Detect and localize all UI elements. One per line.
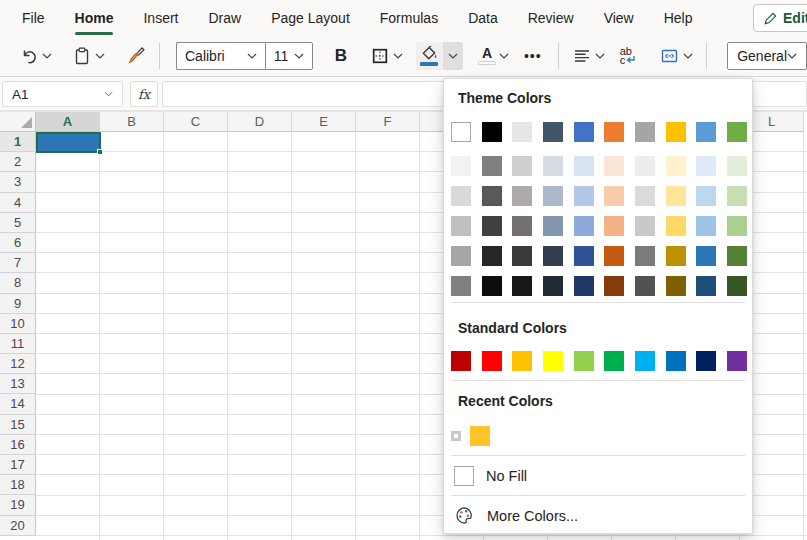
menu-tab-formulas[interactable]: Formulas bbox=[380, 10, 438, 26]
more-colors-option[interactable]: More Colors... bbox=[444, 496, 752, 535]
name-box[interactable]: A1 bbox=[2, 81, 123, 107]
theme-variant-swatch[interactable] bbox=[696, 186, 716, 206]
theme-variant-swatch[interactable] bbox=[727, 246, 747, 266]
theme-variant-swatch[interactable] bbox=[574, 276, 594, 296]
standard-color-swatch[interactable] bbox=[727, 351, 747, 371]
menu-tab-data[interactable]: Data bbox=[468, 10, 498, 26]
theme-variant-swatch[interactable] bbox=[666, 186, 686, 206]
theme-color-swatch[interactable] bbox=[512, 122, 532, 142]
menu-tab-insert[interactable]: Insert bbox=[143, 10, 178, 26]
theme-variant-swatch[interactable] bbox=[635, 246, 655, 266]
row-header-9[interactable]: 9 bbox=[0, 294, 36, 314]
theme-color-swatch[interactable] bbox=[635, 122, 655, 142]
menu-tab-page-layout[interactable]: Page Layout bbox=[271, 10, 350, 26]
theme-variant-swatch[interactable] bbox=[635, 186, 655, 206]
font-color-button[interactable]: A bbox=[475, 43, 512, 69]
standard-color-swatch[interactable] bbox=[574, 351, 594, 371]
theme-variant-swatch[interactable] bbox=[543, 276, 563, 296]
theme-variant-swatch[interactable] bbox=[666, 276, 686, 296]
theme-variant-swatch[interactable] bbox=[451, 156, 471, 176]
standard-color-swatch[interactable] bbox=[666, 351, 686, 371]
row-header-12[interactable]: 12 bbox=[0, 354, 36, 374]
theme-variant-swatch[interactable] bbox=[451, 276, 471, 296]
chevron-down-icon[interactable] bbox=[595, 53, 605, 59]
theme-variant-swatch[interactable] bbox=[666, 246, 686, 266]
theme-variant-swatch[interactable] bbox=[635, 216, 655, 236]
theme-variant-swatch[interactable] bbox=[635, 276, 655, 296]
row-header-18[interactable]: 18 bbox=[0, 475, 36, 495]
theme-color-swatch[interactable] bbox=[666, 122, 686, 142]
number-format-select[interactable]: General bbox=[727, 42, 807, 70]
standard-color-swatch[interactable] bbox=[635, 351, 655, 371]
theme-variant-swatch[interactable] bbox=[666, 156, 686, 176]
row-header-17[interactable]: 17 bbox=[0, 455, 36, 475]
chevron-down-icon[interactable] bbox=[393, 53, 403, 59]
column-header-e[interactable]: E bbox=[292, 112, 356, 132]
theme-variant-swatch[interactable] bbox=[696, 246, 716, 266]
theme-variant-swatch[interactable] bbox=[696, 216, 716, 236]
row-header-14[interactable]: 14 bbox=[0, 394, 36, 414]
theme-variant-swatch[interactable] bbox=[512, 276, 532, 296]
format-painter-button[interactable] bbox=[122, 41, 149, 70]
theme-variant-swatch[interactable] bbox=[574, 216, 594, 236]
recent-color-swatch[interactable] bbox=[470, 426, 490, 446]
theme-variant-swatch[interactable] bbox=[512, 216, 532, 236]
theme-variant-swatch[interactable] bbox=[543, 246, 563, 266]
theme-variant-swatch[interactable] bbox=[604, 186, 624, 206]
chevron-down-icon[interactable] bbox=[42, 53, 52, 59]
font-name-select[interactable]: Calibri bbox=[176, 42, 265, 70]
fill-handle[interactable] bbox=[97, 149, 103, 155]
chevron-down-icon[interactable] bbox=[499, 53, 509, 59]
theme-variant-swatch[interactable] bbox=[604, 276, 624, 296]
theme-variant-swatch[interactable] bbox=[666, 216, 686, 236]
row-header-13[interactable]: 13 bbox=[0, 374, 36, 394]
font-size-select[interactable]: 11 bbox=[265, 42, 313, 70]
row-header-1[interactable]: 1 bbox=[0, 132, 36, 152]
standard-color-swatch[interactable] bbox=[512, 351, 532, 371]
theme-variant-swatch[interactable] bbox=[574, 156, 594, 176]
theme-color-swatch[interactable] bbox=[543, 122, 563, 142]
theme-variant-swatch[interactable] bbox=[543, 216, 563, 236]
theme-variant-swatch[interactable] bbox=[635, 156, 655, 176]
theme-variant-swatch[interactable] bbox=[451, 186, 471, 206]
paste-button[interactable] bbox=[69, 42, 108, 70]
bold-button[interactable]: B bbox=[329, 44, 353, 68]
theme-variant-swatch[interactable] bbox=[482, 276, 502, 296]
fill-color-button[interactable] bbox=[416, 42, 443, 70]
standard-color-swatch[interactable] bbox=[451, 351, 471, 371]
theme-variant-swatch[interactable] bbox=[574, 186, 594, 206]
theme-variant-swatch[interactable] bbox=[696, 276, 716, 296]
theme-color-swatch[interactable] bbox=[604, 122, 624, 142]
standard-color-swatch[interactable] bbox=[543, 351, 563, 371]
menu-tab-home[interactable]: Home bbox=[75, 10, 114, 26]
menu-tab-view[interactable]: View bbox=[604, 10, 634, 26]
theme-variant-swatch[interactable] bbox=[604, 156, 624, 176]
theme-variant-swatch[interactable] bbox=[482, 216, 502, 236]
row-header-6[interactable]: 6 bbox=[0, 233, 36, 253]
column-header-d[interactable]: D bbox=[228, 112, 292, 132]
theme-variant-swatch[interactable] bbox=[696, 156, 716, 176]
no-fill-option[interactable]: No Fill bbox=[444, 456, 752, 495]
menu-tab-review[interactable]: Review bbox=[528, 10, 574, 26]
theme-variant-swatch[interactable] bbox=[512, 246, 532, 266]
theme-variant-swatch[interactable] bbox=[604, 216, 624, 236]
theme-variant-swatch[interactable] bbox=[543, 186, 563, 206]
theme-variant-swatch[interactable] bbox=[727, 216, 747, 236]
chevron-down-icon[interactable] bbox=[104, 91, 113, 97]
theme-variant-swatch[interactable] bbox=[543, 156, 563, 176]
menu-tab-help[interactable]: Help bbox=[664, 10, 693, 26]
column-header-b[interactable]: B bbox=[100, 112, 164, 132]
row-header-4[interactable]: 4 bbox=[0, 193, 36, 213]
theme-variant-swatch[interactable] bbox=[451, 216, 471, 236]
theme-color-swatch[interactable] bbox=[482, 122, 502, 142]
row-header-5[interactable]: 5 bbox=[0, 213, 36, 233]
row-header-15[interactable]: 15 bbox=[0, 415, 36, 435]
fill-color-dropdown-button[interactable] bbox=[443, 42, 463, 70]
row-header-20[interactable]: 20 bbox=[0, 516, 36, 536]
row-header-3[interactable]: 3 bbox=[0, 172, 36, 192]
undo-button[interactable] bbox=[16, 42, 55, 70]
column-header-a[interactable]: A bbox=[36, 112, 100, 132]
theme-variant-swatch[interactable] bbox=[727, 276, 747, 296]
theme-variant-swatch[interactable] bbox=[482, 246, 502, 266]
theme-color-swatch[interactable] bbox=[727, 122, 747, 142]
